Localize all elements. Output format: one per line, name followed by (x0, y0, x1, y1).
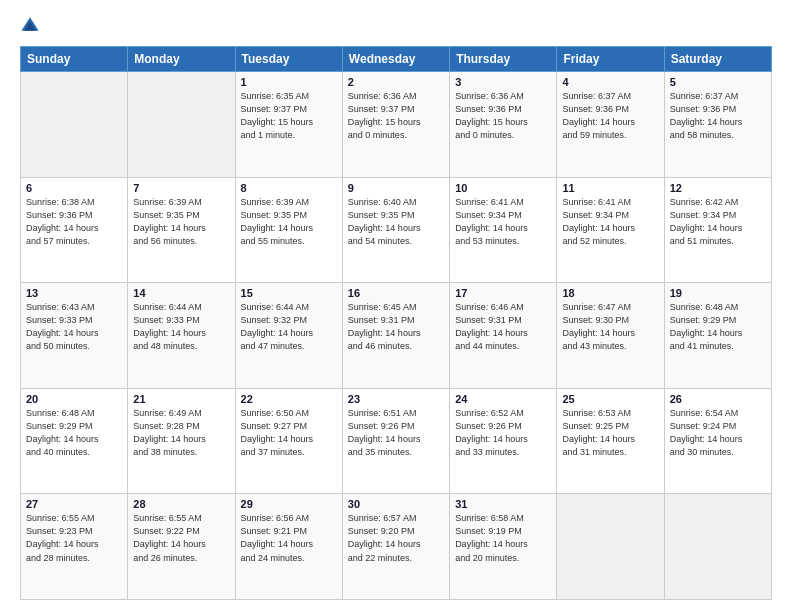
day-number: 7 (133, 182, 229, 194)
weekday-header-saturday: Saturday (664, 47, 771, 72)
day-number: 22 (241, 393, 337, 405)
day-info: Sunrise: 6:43 AM Sunset: 9:33 PM Dayligh… (26, 301, 122, 353)
day-number: 16 (348, 287, 444, 299)
day-info: Sunrise: 6:57 AM Sunset: 9:20 PM Dayligh… (348, 512, 444, 564)
day-number: 23 (348, 393, 444, 405)
day-number: 15 (241, 287, 337, 299)
day-info: Sunrise: 6:41 AM Sunset: 9:34 PM Dayligh… (455, 196, 551, 248)
calendar-cell (664, 494, 771, 600)
day-info: Sunrise: 6:55 AM Sunset: 9:23 PM Dayligh… (26, 512, 122, 564)
calendar-cell: 16Sunrise: 6:45 AM Sunset: 9:31 PM Dayli… (342, 283, 449, 389)
calendar-cell: 6Sunrise: 6:38 AM Sunset: 9:36 PM Daylig… (21, 177, 128, 283)
day-number: 19 (670, 287, 766, 299)
day-number: 3 (455, 76, 551, 88)
day-number: 27 (26, 498, 122, 510)
day-info: Sunrise: 6:46 AM Sunset: 9:31 PM Dayligh… (455, 301, 551, 353)
calendar-cell: 28Sunrise: 6:55 AM Sunset: 9:22 PM Dayli… (128, 494, 235, 600)
day-info: Sunrise: 6:41 AM Sunset: 9:34 PM Dayligh… (562, 196, 658, 248)
day-info: Sunrise: 6:49 AM Sunset: 9:28 PM Dayligh… (133, 407, 229, 459)
weekday-header-monday: Monday (128, 47, 235, 72)
calendar-cell: 2Sunrise: 6:36 AM Sunset: 9:37 PM Daylig… (342, 72, 449, 178)
calendar-cell: 13Sunrise: 6:43 AM Sunset: 9:33 PM Dayli… (21, 283, 128, 389)
calendar-cell: 7Sunrise: 6:39 AM Sunset: 9:35 PM Daylig… (128, 177, 235, 283)
calendar-cell: 23Sunrise: 6:51 AM Sunset: 9:26 PM Dayli… (342, 388, 449, 494)
calendar-cell: 15Sunrise: 6:44 AM Sunset: 9:32 PM Dayli… (235, 283, 342, 389)
day-number: 20 (26, 393, 122, 405)
calendar-cell: 11Sunrise: 6:41 AM Sunset: 9:34 PM Dayli… (557, 177, 664, 283)
day-number: 29 (241, 498, 337, 510)
calendar-cell: 22Sunrise: 6:50 AM Sunset: 9:27 PM Dayli… (235, 388, 342, 494)
day-number: 13 (26, 287, 122, 299)
day-info: Sunrise: 6:36 AM Sunset: 9:36 PM Dayligh… (455, 90, 551, 142)
calendar-cell: 31Sunrise: 6:58 AM Sunset: 9:19 PM Dayli… (450, 494, 557, 600)
day-number: 4 (562, 76, 658, 88)
calendar-cell: 4Sunrise: 6:37 AM Sunset: 9:36 PM Daylig… (557, 72, 664, 178)
calendar-cell: 26Sunrise: 6:54 AM Sunset: 9:24 PM Dayli… (664, 388, 771, 494)
page: SundayMondayTuesdayWednesdayThursdayFrid… (0, 0, 792, 612)
calendar-week-row: 6Sunrise: 6:38 AM Sunset: 9:36 PM Daylig… (21, 177, 772, 283)
calendar-cell: 1Sunrise: 6:35 AM Sunset: 9:37 PM Daylig… (235, 72, 342, 178)
day-number: 6 (26, 182, 122, 194)
calendar-cell: 17Sunrise: 6:46 AM Sunset: 9:31 PM Dayli… (450, 283, 557, 389)
calendar-table: SundayMondayTuesdayWednesdayThursdayFrid… (20, 46, 772, 600)
header (20, 16, 772, 36)
day-info: Sunrise: 6:39 AM Sunset: 9:35 PM Dayligh… (241, 196, 337, 248)
day-number: 31 (455, 498, 551, 510)
day-info: Sunrise: 6:52 AM Sunset: 9:26 PM Dayligh… (455, 407, 551, 459)
day-number: 14 (133, 287, 229, 299)
logo-icon (20, 16, 40, 36)
day-number: 2 (348, 76, 444, 88)
calendar-cell: 10Sunrise: 6:41 AM Sunset: 9:34 PM Dayli… (450, 177, 557, 283)
calendar-cell: 29Sunrise: 6:56 AM Sunset: 9:21 PM Dayli… (235, 494, 342, 600)
day-number: 18 (562, 287, 658, 299)
day-info: Sunrise: 6:45 AM Sunset: 9:31 PM Dayligh… (348, 301, 444, 353)
calendar-cell: 20Sunrise: 6:48 AM Sunset: 9:29 PM Dayli… (21, 388, 128, 494)
day-info: Sunrise: 6:39 AM Sunset: 9:35 PM Dayligh… (133, 196, 229, 248)
day-number: 8 (241, 182, 337, 194)
weekday-header-wednesday: Wednesday (342, 47, 449, 72)
day-info: Sunrise: 6:50 AM Sunset: 9:27 PM Dayligh… (241, 407, 337, 459)
calendar-cell: 12Sunrise: 6:42 AM Sunset: 9:34 PM Dayli… (664, 177, 771, 283)
day-number: 9 (348, 182, 444, 194)
day-info: Sunrise: 6:51 AM Sunset: 9:26 PM Dayligh… (348, 407, 444, 459)
calendar-cell (128, 72, 235, 178)
day-number: 1 (241, 76, 337, 88)
calendar-cell: 9Sunrise: 6:40 AM Sunset: 9:35 PM Daylig… (342, 177, 449, 283)
logo (20, 16, 44, 36)
day-info: Sunrise: 6:38 AM Sunset: 9:36 PM Dayligh… (26, 196, 122, 248)
day-info: Sunrise: 6:37 AM Sunset: 9:36 PM Dayligh… (670, 90, 766, 142)
day-info: Sunrise: 6:42 AM Sunset: 9:34 PM Dayligh… (670, 196, 766, 248)
day-number: 21 (133, 393, 229, 405)
calendar-cell (21, 72, 128, 178)
weekday-header-friday: Friday (557, 47, 664, 72)
calendar-week-row: 20Sunrise: 6:48 AM Sunset: 9:29 PM Dayli… (21, 388, 772, 494)
day-info: Sunrise: 6:55 AM Sunset: 9:22 PM Dayligh… (133, 512, 229, 564)
calendar-cell: 5Sunrise: 6:37 AM Sunset: 9:36 PM Daylig… (664, 72, 771, 178)
calendar-cell: 8Sunrise: 6:39 AM Sunset: 9:35 PM Daylig… (235, 177, 342, 283)
day-info: Sunrise: 6:37 AM Sunset: 9:36 PM Dayligh… (562, 90, 658, 142)
day-number: 30 (348, 498, 444, 510)
day-number: 11 (562, 182, 658, 194)
day-number: 25 (562, 393, 658, 405)
weekday-header-row: SundayMondayTuesdayWednesdayThursdayFrid… (21, 47, 772, 72)
day-info: Sunrise: 6:54 AM Sunset: 9:24 PM Dayligh… (670, 407, 766, 459)
calendar-week-row: 1Sunrise: 6:35 AM Sunset: 9:37 PM Daylig… (21, 72, 772, 178)
day-info: Sunrise: 6:47 AM Sunset: 9:30 PM Dayligh… (562, 301, 658, 353)
day-info: Sunrise: 6:48 AM Sunset: 9:29 PM Dayligh… (26, 407, 122, 459)
calendar-cell: 27Sunrise: 6:55 AM Sunset: 9:23 PM Dayli… (21, 494, 128, 600)
day-number: 17 (455, 287, 551, 299)
day-number: 24 (455, 393, 551, 405)
calendar-cell (557, 494, 664, 600)
day-info: Sunrise: 6:36 AM Sunset: 9:37 PM Dayligh… (348, 90, 444, 142)
day-info: Sunrise: 6:44 AM Sunset: 9:32 PM Dayligh… (241, 301, 337, 353)
day-info: Sunrise: 6:40 AM Sunset: 9:35 PM Dayligh… (348, 196, 444, 248)
day-info: Sunrise: 6:56 AM Sunset: 9:21 PM Dayligh… (241, 512, 337, 564)
day-info: Sunrise: 6:44 AM Sunset: 9:33 PM Dayligh… (133, 301, 229, 353)
calendar-cell: 25Sunrise: 6:53 AM Sunset: 9:25 PM Dayli… (557, 388, 664, 494)
day-info: Sunrise: 6:48 AM Sunset: 9:29 PM Dayligh… (670, 301, 766, 353)
calendar-cell: 30Sunrise: 6:57 AM Sunset: 9:20 PM Dayli… (342, 494, 449, 600)
day-number: 10 (455, 182, 551, 194)
day-number: 12 (670, 182, 766, 194)
day-number: 5 (670, 76, 766, 88)
day-info: Sunrise: 6:58 AM Sunset: 9:19 PM Dayligh… (455, 512, 551, 564)
